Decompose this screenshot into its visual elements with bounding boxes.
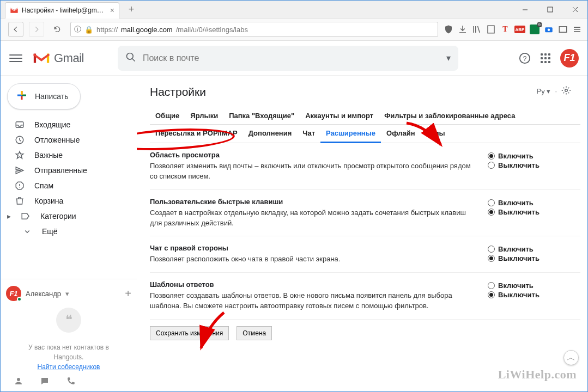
- radio-label: Включить: [498, 199, 534, 207]
- page-title: Настройки: [150, 85, 587, 99]
- send-icon: [15, 166, 25, 175]
- hangouts-tab-calls[interactable]: [66, 376, 76, 388]
- ext-abp-icon[interactable]: ABP: [514, 26, 525, 33]
- compose-button[interactable]: Написать: [7, 83, 81, 109]
- settings-tab[interactable]: Офлайн: [381, 125, 421, 143]
- hangouts-status-dropdown[interactable]: ▾: [65, 290, 69, 298]
- settings-tab[interactable]: Общие: [150, 107, 185, 124]
- support-icon[interactable]: ?: [519, 52, 531, 64]
- settings-tab[interactable]: Папка "Входящие": [223, 107, 300, 124]
- radio-enable[interactable]: Включить: [488, 281, 580, 290]
- site-info-icon[interactable]: ⓘ: [74, 24, 81, 34]
- new-tab-button[interactable]: +: [125, 3, 138, 16]
- hangouts-tab-contacts[interactable]: [14, 376, 23, 388]
- cancel-button[interactable]: Отмена: [237, 326, 272, 340]
- window-maximize-button[interactable]: [537, 1, 562, 19]
- sidebar-item-trash[interactable]: Корзина: [5, 193, 132, 209]
- sidebar-item-label: Спам: [34, 181, 53, 190]
- hangouts-quote-icon: ❝: [56, 308, 81, 333]
- hangouts-tab-chats[interactable]: [40, 376, 50, 388]
- tab-close-icon[interactable]: ×: [110, 6, 114, 15]
- url-protocol: https://: [96, 26, 118, 34]
- radio-enable[interactable]: Включить: [488, 245, 580, 253]
- sidebar-item-clock[interactable]: Отложенные: [5, 132, 132, 148]
- radio-disable[interactable]: Выключить: [488, 161, 580, 169]
- settings-section: Пользовательские быстрые клавишиСоздает …: [150, 190, 580, 237]
- nav-reload-button[interactable]: [50, 22, 65, 37]
- url-host: mail.google.com: [121, 26, 173, 34]
- save-button[interactable]: Сохранить изменения: [150, 326, 229, 340]
- window-minimize-button[interactable]: [512, 1, 537, 19]
- settings-tab[interactable]: Чат: [297, 125, 320, 143]
- radio-disable[interactable]: Выключить: [488, 291, 580, 299]
- radio-label: Выключить: [498, 161, 539, 169]
- browser-tab[interactable]: Настройки - liwihelp@gmail.c ×: [5, 2, 119, 19]
- search-input[interactable]: [143, 53, 440, 63]
- main-menu-button[interactable]: [9, 54, 22, 62]
- ext-reader-icon[interactable]: [486, 24, 496, 34]
- language-selector[interactable]: Ру ▾: [537, 87, 551, 95]
- spam-icon: [15, 181, 25, 191]
- sidebar-item-label: Важные: [34, 151, 63, 160]
- scroll-up-button[interactable]: ︿: [563, 350, 579, 365]
- settings-tab[interactable]: Дополнения: [243, 125, 298, 143]
- sidebar-item-label: Ещё: [42, 227, 58, 236]
- lock-icon: 🔒: [84, 26, 93, 34]
- ext-badge-icon[interactable]: 9: [530, 24, 539, 34]
- hangouts-find-link[interactable]: Найти собеседников: [6, 362, 131, 372]
- sidebar-item-label[interactable]: ▸Категории: [5, 209, 132, 224]
- settings-tab[interactable]: Пересылка и POP/IMAP: [150, 125, 243, 143]
- hangouts-new-chat-button[interactable]: +: [125, 287, 131, 300]
- section-desc: Позволяет создавать шаблоны ответов. В о…: [150, 291, 471, 311]
- settings-tab[interactable]: Расширенные: [320, 125, 381, 143]
- radio-icon: [488, 209, 495, 216]
- svg-rect-8: [559, 27, 567, 33]
- inbox-icon: [15, 120, 25, 130]
- search-icon: [125, 52, 136, 65]
- caret-right-icon: ▸: [7, 212, 11, 220]
- ext-t-icon[interactable]: T: [500, 24, 510, 34]
- radio-label: Включить: [498, 152, 534, 160]
- compose-label: Написать: [35, 92, 68, 101]
- url-path: /mail/u/0/#settings/labs: [176, 26, 248, 34]
- sidebar-item-label: Отправленные: [34, 166, 87, 175]
- ext-library-icon[interactable]: [472, 24, 482, 34]
- radio-icon: [488, 291, 495, 298]
- sidebar-item-more[interactable]: Ещё: [5, 224, 132, 239]
- hangouts-avatar[interactable]: F1: [6, 286, 21, 301]
- settings-tab[interactable]: Темы: [421, 125, 451, 143]
- section-desc: Позволяет расположить окно чата в правой…: [150, 254, 471, 265]
- settings-gear-icon[interactable]: [561, 85, 571, 97]
- address-bar[interactable]: ⓘ 🔒 https://mail.google.com/mail/u/0/#se…: [70, 22, 438, 37]
- svg-rect-4: [488, 26, 494, 33]
- sidebar-item-inbox[interactable]: Входящие: [5, 117, 132, 132]
- ext-download-icon[interactable]: [458, 24, 468, 34]
- section-title: Шаблоны ответов: [150, 280, 471, 289]
- radio-enable[interactable]: Включить: [488, 199, 580, 207]
- settings-tab[interactable]: Аккаунты и импорт: [300, 107, 379, 124]
- sidebar-item-spam[interactable]: Спам: [5, 178, 132, 193]
- settings-tab[interactable]: Ярлыки: [185, 107, 223, 124]
- sidebar-item-label: Входящие: [34, 120, 70, 129]
- sidebar-item-send[interactable]: Отправленные: [5, 163, 132, 178]
- section-title: Область просмотра: [150, 151, 471, 159]
- window-close-button[interactable]: [562, 1, 587, 19]
- ext-window-icon[interactable]: [558, 24, 568, 34]
- browser-menu-button[interactable]: [572, 24, 582, 34]
- settings-tab[interactable]: Фильтры и заблокированные адреса: [379, 107, 520, 124]
- ext-camera-icon[interactable]: [544, 24, 554, 34]
- search-box[interactable]: ▾: [118, 46, 458, 71]
- radio-label: Выключить: [498, 291, 539, 299]
- radio-enable[interactable]: Включить: [488, 152, 580, 160]
- ext-shield-icon[interactable]: [444, 24, 453, 34]
- search-options-dropdown[interactable]: ▾: [446, 53, 451, 63]
- nav-back-button[interactable]: [8, 22, 23, 37]
- google-apps-button[interactable]: [541, 53, 550, 63]
- account-avatar[interactable]: F1: [560, 49, 579, 68]
- sidebar-item-star[interactable]: Важные: [5, 148, 132, 163]
- gmail-logo-text: Gmail: [54, 51, 84, 65]
- radio-disable[interactable]: Выключить: [488, 208, 580, 216]
- gmail-logo[interactable]: Gmail: [32, 51, 84, 65]
- radio-disable[interactable]: Выключить: [488, 254, 580, 262]
- nav-forward-button[interactable]: [29, 22, 44, 37]
